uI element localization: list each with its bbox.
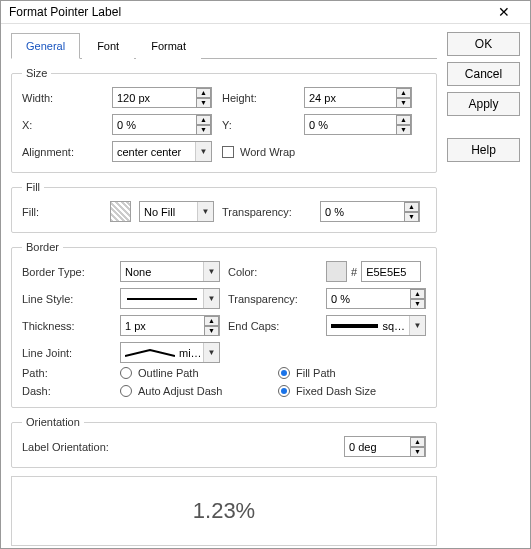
thickness-input[interactable] (121, 318, 204, 334)
color-label: Color: (228, 266, 318, 278)
dash-auto-radio[interactable]: Auto Adjust Dash (120, 385, 270, 397)
border-type-label: Border Type: (22, 266, 112, 278)
fill-trans-field[interactable]: ▲▼ (320, 201, 420, 222)
width-field[interactable]: ▲▼ (112, 87, 212, 108)
height-field[interactable]: ▲▼ (304, 87, 412, 108)
radio-icon (278, 385, 290, 397)
x-label: X: (22, 119, 102, 131)
chevron-down-icon: ▼ (203, 262, 219, 281)
path-label: Path: (22, 367, 112, 379)
orientation-label: Label Orientation: (22, 441, 109, 453)
thickness-spin-up[interactable]: ▲ (204, 316, 219, 326)
y-input[interactable] (305, 117, 396, 133)
height-input[interactable] (305, 90, 396, 106)
ok-button[interactable]: OK (447, 32, 520, 56)
width-spin-up[interactable]: ▲ (196, 88, 211, 98)
tab-general[interactable]: General (11, 33, 80, 59)
help-button[interactable]: Help (447, 138, 520, 162)
fill-trans-input[interactable] (321, 204, 404, 220)
dash-fixed-label: Fixed Dash Size (296, 385, 376, 397)
radio-icon (278, 367, 290, 379)
wordwrap-label: Word Wrap (240, 146, 295, 158)
chevron-down-icon: ▼ (409, 316, 425, 335)
border-type-dropdown[interactable]: None ▼ (120, 261, 220, 282)
color-hash: # (351, 266, 357, 278)
cancel-button[interactable]: Cancel (447, 62, 520, 86)
line-style-dropdown[interactable]: ▼ (120, 288, 220, 309)
height-spin-up[interactable]: ▲ (396, 88, 411, 98)
border-trans-input[interactable] (327, 291, 410, 307)
apply-button[interactable]: Apply (447, 92, 520, 116)
endcaps-preview: sq… (327, 318, 409, 334)
border-trans-label: Transparency: (228, 293, 318, 305)
path-outline-radio[interactable]: Outline Path (120, 367, 270, 379)
radio-icon (120, 367, 132, 379)
thickness-field[interactable]: ▲▼ (120, 315, 220, 336)
path-fill-radio[interactable]: Fill Path (278, 367, 418, 379)
main-panel: General Font Format Size Width: ▲▼ Heigh… (11, 32, 437, 546)
orientation-spin-down[interactable]: ▼ (410, 447, 425, 457)
orientation-field[interactable]: ▲▼ (344, 436, 426, 457)
border-legend: Border (22, 241, 63, 253)
window-title: Format Pointer Label (9, 5, 121, 19)
border-trans-spin-down[interactable]: ▼ (410, 299, 425, 309)
line-style-preview (121, 296, 203, 302)
y-spin-up[interactable]: ▲ (396, 115, 411, 125)
line-joint-dropdown[interactable]: mi… ▼ (120, 342, 220, 363)
y-field[interactable]: ▲▼ (304, 114, 412, 135)
orientation-group: Orientation Label Orientation: ▲▼ (11, 416, 437, 468)
wordwrap-checkbox[interactable] (222, 146, 234, 158)
fill-trans-label: Transparency: (222, 206, 312, 218)
tab-strip: General Font Format (11, 32, 437, 59)
fill-group: Fill Fill: No Fill ▼ Transparency: ▲▼ (11, 181, 437, 233)
dialog-window: Format Pointer Label ✕ General Font Form… (0, 0, 531, 549)
border-group: Border Border Type: None ▼ Color: # Line… (11, 241, 437, 408)
endcaps-label: End Caps: (228, 320, 318, 332)
button-column: OK Cancel Apply Help (447, 32, 520, 546)
size-legend: Size (22, 67, 51, 79)
alignment-value: center center (113, 144, 195, 160)
x-input[interactable] (113, 117, 196, 133)
tab-font[interactable]: Font (82, 33, 134, 59)
border-trans-field[interactable]: ▲▼ (326, 288, 426, 309)
height-spin-down[interactable]: ▼ (396, 98, 411, 108)
width-spin-down[interactable]: ▼ (196, 98, 211, 108)
line-joint-preview: mi… (121, 345, 203, 361)
dash-label: Dash: (22, 385, 112, 397)
close-button[interactable]: ✕ (486, 1, 522, 23)
orientation-legend: Orientation (22, 416, 84, 428)
fill-trans-spin-down[interactable]: ▼ (404, 212, 419, 222)
fill-dropdown[interactable]: No Fill ▼ (139, 201, 214, 222)
close-icon: ✕ (498, 4, 510, 20)
radio-icon (120, 385, 132, 397)
alignment-label: Alignment: (22, 146, 102, 158)
x-spin-down[interactable]: ▼ (196, 125, 211, 135)
alignment-dropdown[interactable]: center center ▼ (112, 141, 212, 162)
width-label: Width: (22, 92, 102, 104)
thickness-spin-down[interactable]: ▼ (204, 326, 219, 336)
y-spin-down[interactable]: ▼ (396, 125, 411, 135)
width-input[interactable] (113, 90, 196, 106)
chevron-down-icon: ▼ (203, 343, 219, 362)
border-type-value: None (121, 264, 203, 280)
border-trans-spin-up[interactable]: ▲ (410, 289, 425, 299)
orientation-spin-up[interactable]: ▲ (410, 437, 425, 447)
fill-swatch[interactable] (110, 201, 131, 222)
x-spin-up[interactable]: ▲ (196, 115, 211, 125)
fill-trans-spin-up[interactable]: ▲ (404, 202, 419, 212)
x-field[interactable]: ▲▼ (112, 114, 212, 135)
color-input[interactable] (361, 261, 421, 282)
dash-fixed-radio[interactable]: Fixed Dash Size (278, 385, 418, 397)
chevron-down-icon: ▼ (197, 202, 213, 221)
titlebar: Format Pointer Label ✕ (1, 1, 530, 24)
orientation-input[interactable] (345, 439, 410, 455)
line-style-label: Line Style: (22, 293, 112, 305)
preview-area: 1.23% (11, 476, 437, 546)
height-label: Height: (222, 92, 294, 104)
fill-value: No Fill (140, 204, 197, 220)
content-area: General Font Format Size Width: ▲▼ Heigh… (1, 24, 530, 549)
thickness-label: Thickness: (22, 320, 112, 332)
endcaps-dropdown[interactable]: sq… ▼ (326, 315, 426, 336)
color-swatch[interactable] (326, 261, 347, 282)
tab-format[interactable]: Format (136, 33, 201, 59)
